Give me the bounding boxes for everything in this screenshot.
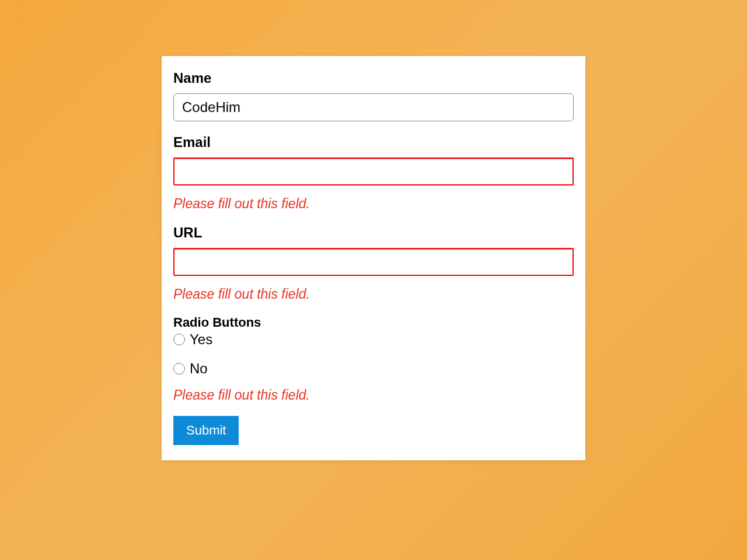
radio-yes-label: Yes	[190, 331, 212, 348]
url-group: URL Please fill out this field.	[173, 225, 574, 302]
name-label: Name	[173, 70, 574, 86]
form-card: Name Email Please fill out this field. U…	[162, 56, 585, 460]
radio-no-label: No	[190, 360, 208, 377]
email-label: Email	[173, 134, 574, 150]
url-error-message: Please fill out this field.	[173, 286, 574, 302]
radio-yes-input[interactable]	[173, 334, 185, 345]
email-input[interactable]	[173, 158, 574, 186]
radio-row-no: No	[173, 360, 574, 377]
url-label: URL	[173, 225, 574, 241]
radio-error-message: Please fill out this field.	[173, 387, 574, 403]
name-group: Name	[173, 70, 574, 121]
radio-no-input[interactable]	[173, 363, 185, 374]
url-input[interactable]	[173, 248, 574, 276]
submit-button[interactable]: Submit	[173, 416, 239, 445]
radio-group: Radio Buttons Yes No Please fill out thi…	[173, 315, 574, 403]
name-input[interactable]	[173, 93, 574, 121]
email-group: Email Please fill out this field.	[173, 134, 574, 212]
radio-row-yes: Yes	[173, 331, 574, 348]
radio-section-label: Radio Buttons	[173, 315, 574, 330]
email-error-message: Please fill out this field.	[173, 196, 574, 212]
